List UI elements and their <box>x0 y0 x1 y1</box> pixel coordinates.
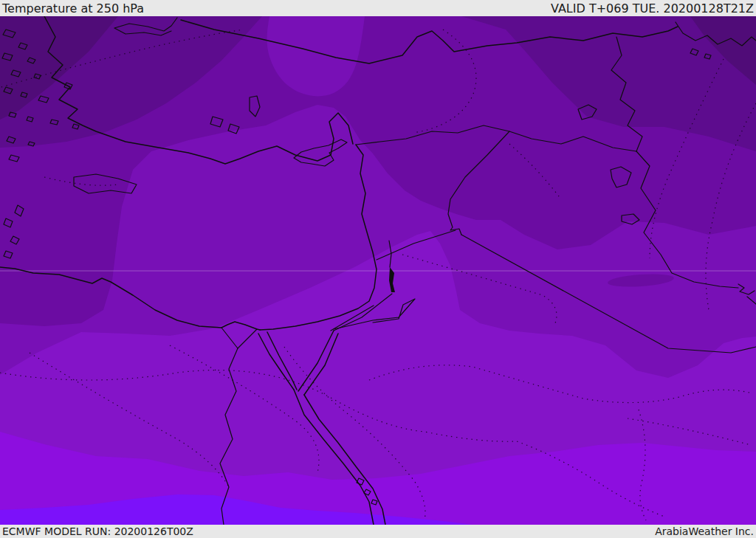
map-title: Temperature at 250 hPa <box>2 1 144 15</box>
valid-time-label: VALID T+069 TUE. 20200128T21Z <box>551 1 754 15</box>
model-run-label: ECMWF MODEL RUN: 20200126T00Z <box>2 525 193 537</box>
title-bar: Temperature at 250 hPa VALID T+069 TUE. … <box>0 0 756 16</box>
weather-map-viewer: Temperature at 250 hPa VALID T+069 TUE. … <box>0 0 756 538</box>
status-bar: ECMWF MODEL RUN: 20200126T00Z ArabiaWeat… <box>0 525 756 538</box>
credit-label: ArabiaWeather Inc. <box>655 525 754 537</box>
map-area <box>0 16 756 525</box>
weather-map-svg <box>0 16 756 525</box>
